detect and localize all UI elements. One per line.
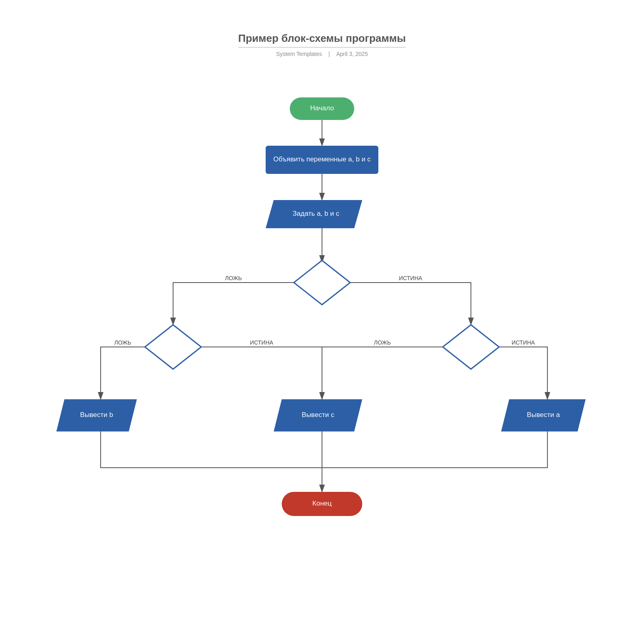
end-label: Конец	[312, 500, 332, 507]
arrow-cb-false-line	[101, 347, 145, 399]
arrow-cb-true-line	[201, 347, 322, 399]
output-a-label: Вывести a	[527, 411, 560, 419]
arrow-ac-true-line	[499, 347, 547, 399]
output-c-label: Вывести с	[302, 411, 334, 419]
arrow-ab-true-line	[350, 283, 471, 325]
assign-label: Задать a, b и c	[293, 210, 339, 217]
arrow-ab-false-line	[173, 283, 294, 325]
ab-false-label: ЛОЖЬ	[225, 275, 242, 281]
ac-true-label: ИСТИНА	[512, 339, 535, 346]
page-header: Пример блок-схемы программы System Templ…	[0, 0, 644, 65]
meta-separator: |	[328, 51, 330, 57]
page-meta: System Templates | April 3, 2025	[0, 51, 644, 57]
page-title: Пример блок-схемы программы	[238, 32, 406, 47]
output-b-label: Вывести b	[80, 411, 113, 419]
ac-false-label: ЛОЖЬ	[374, 339, 391, 346]
diagram-container: Начало Объявить переменные a, b и c Зада…	[0, 73, 644, 597]
cb-false-label: ЛОЖЬ	[114, 339, 131, 346]
decision-ac-label: a>c?	[463, 343, 478, 350]
decision-ab-label: a>b?	[314, 278, 330, 286]
ab-true-label: ИСТИНА	[399, 275, 422, 281]
declare-label: Объявить переменные a, b и c	[273, 155, 371, 163]
meta-source: System Templates	[276, 51, 322, 57]
decision-cb-label: c>b?	[165, 343, 180, 350]
cb-true-label: ИСТИНА	[250, 339, 273, 346]
meta-date: April 3, 2025	[336, 51, 368, 57]
arrow-a-end-line	[322, 431, 547, 468]
arrow-b-end-line	[101, 431, 322, 468]
start-label: Начало	[310, 104, 334, 112]
